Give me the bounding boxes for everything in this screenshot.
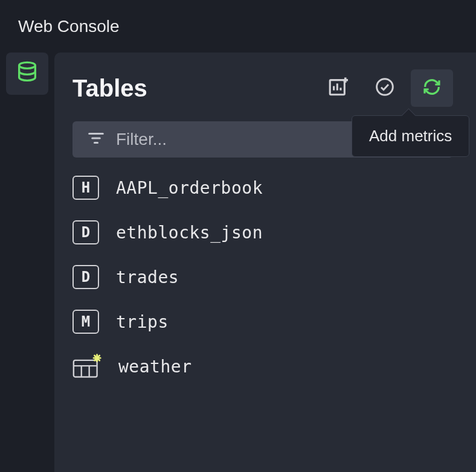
check-button[interactable] [364, 69, 406, 107]
header-actions [317, 69, 453, 107]
refresh-icon [422, 77, 442, 99]
add-metrics-tooltip: Add metrics [352, 115, 469, 157]
tooltip-text: Add metrics [369, 127, 452, 145]
svg-point-0 [19, 62, 36, 68]
table-row[interactable]: D ethblocks_json [72, 220, 453, 244]
left-rail [0, 53, 54, 472]
table-row[interactable]: H AAPL_orderbook [72, 176, 453, 200]
partition-type-badge: D [72, 265, 99, 289]
titlebar: Web Console [0, 0, 476, 53]
table-list: H AAPL_orderbook D ethblocks_json D trad… [72, 176, 453, 378]
table-row[interactable]: weather [72, 354, 453, 378]
check-circle-icon [375, 77, 394, 99]
table-row[interactable]: D trades [72, 265, 453, 289]
materialized-view-icon [72, 354, 101, 378]
main-area: Tables [0, 53, 476, 472]
svg-rect-11 [74, 360, 97, 377]
partition-type-badge: M [72, 310, 99, 334]
table-name: trades [116, 267, 179, 287]
partition-type-badge: H [72, 176, 99, 200]
tables-panel: Tables [54, 53, 476, 472]
app-title: Web Console [18, 17, 120, 36]
table-name: weather [118, 357, 192, 377]
filter-lines-icon [87, 129, 105, 150]
table-row[interactable]: M trips [72, 310, 453, 334]
panel-title: Tables [72, 75, 147, 102]
chart-plus-icon [327, 77, 348, 100]
refresh-button[interactable] [411, 69, 453, 107]
database-nav-button[interactable] [6, 53, 48, 95]
table-name: ethblocks_json [116, 223, 263, 243]
add-metrics-button[interactable] [317, 69, 359, 107]
table-name: AAPL_orderbook [116, 178, 263, 198]
panel-header: Tables [72, 69, 453, 107]
svg-point-7 [377, 79, 393, 95]
database-icon [15, 60, 39, 87]
partition-type-badge: D [72, 220, 99, 244]
table-name: trips [116, 312, 169, 332]
